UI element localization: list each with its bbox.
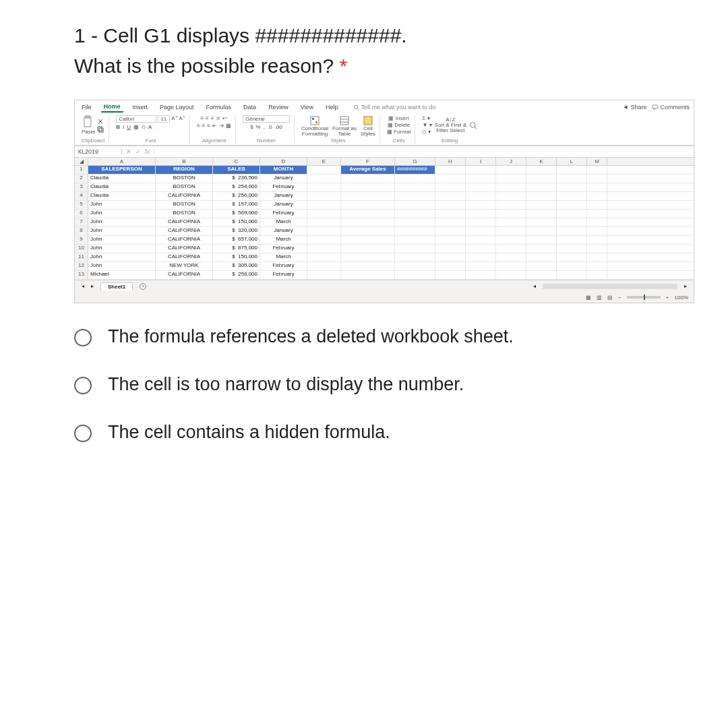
cell-month[interactable]: February	[260, 210, 307, 218]
delete-cells-button[interactable]: ▦ Delete	[388, 122, 410, 128]
cell-month[interactable]: February	[260, 271, 307, 279]
enter-formula-icon[interactable]: ✓	[135, 148, 141, 155]
cell-sp[interactable]: John	[88, 218, 156, 226]
align-right-icon[interactable]: ≡	[207, 123, 210, 129]
cell-sp[interactable]: John	[88, 227, 156, 235]
col-J[interactable]: J	[496, 158, 526, 165]
insert-cells-button[interactable]: ▦ Insert	[388, 115, 408, 121]
fill-color-button[interactable]: ◇	[142, 124, 146, 130]
cell-sp[interactable]: Claudia	[88, 192, 156, 200]
cell-sales[interactable]: $ 150,000	[213, 218, 260, 226]
cell-rg[interactable]: BOSTON	[156, 210, 213, 218]
radio-b[interactable]	[74, 377, 92, 394]
cell-sales[interactable]: $ 258,000	[213, 271, 260, 279]
merge-icon[interactable]: ▦	[226, 123, 231, 129]
cell-month[interactable]: March	[260, 253, 307, 262]
cell-sp[interactable]: Claudia	[88, 175, 156, 183]
cell-F1[interactable]: Average Sales	[341, 166, 395, 174]
cell-sales[interactable]: $ 305,000	[213, 262, 260, 270]
tab-view[interactable]: View	[298, 102, 316, 112]
col-F[interactable]: F	[341, 158, 395, 165]
autosum-icon[interactable]: Σ ▾	[422, 115, 431, 121]
col-C[interactable]: C	[213, 158, 260, 165]
col-L[interactable]: L	[557, 158, 587, 165]
cell-sp[interactable]: Michael	[88, 271, 156, 279]
copy-icon[interactable]	[97, 126, 104, 133]
option-a[interactable]: The formula references a deleted workboo…	[74, 324, 694, 350]
row-header[interactable]: 2	[75, 175, 88, 183]
filter-select-label[interactable]: Filter Select	[436, 128, 464, 133]
cell-sp[interactable]: John	[88, 236, 156, 244]
cell-month[interactable]: February	[260, 183, 307, 191]
sheet-nav-next-icon[interactable]: ▸	[91, 283, 94, 289]
cell-sales[interactable]: $ 256,000	[213, 192, 260, 200]
align-top-icon[interactable]: ≡	[200, 115, 204, 121]
cell-sales[interactable]: $ 320,000	[213, 227, 260, 235]
cell-B1[interactable]: REGION	[156, 166, 213, 174]
col-M[interactable]: M	[587, 158, 607, 165]
cell-rg[interactable]: CALIFORNIA	[156, 271, 213, 279]
row-header[interactable]: 6	[75, 210, 88, 218]
clear-icon[interactable]: ◇ ▾	[422, 129, 431, 135]
align-middle-icon[interactable]: ≡	[206, 115, 209, 121]
indent-left-icon[interactable]: ⇤	[212, 123, 217, 129]
orientation-icon[interactable]: ⤭	[216, 115, 220, 121]
cell-month[interactable]: February	[260, 245, 307, 253]
row-header[interactable]: 5	[75, 201, 88, 209]
increase-font-icon[interactable]: A˄	[171, 115, 177, 123]
tab-insert[interactable]: Insert	[130, 102, 151, 112]
col-D[interactable]: D	[260, 158, 307, 165]
cell-month[interactable]: March	[260, 218, 307, 226]
increase-decimal-icon[interactable]: .0	[268, 124, 272, 130]
row-header[interactable]: 11	[75, 253, 88, 262]
sheet-tab-sheet1[interactable]: Sheet1	[100, 282, 133, 290]
add-sheet-button[interactable]: +	[140, 283, 146, 290]
conditional-formatting-label[interactable]: ConditionalFormatting	[301, 126, 328, 137]
font-color-button[interactable]: A	[148, 124, 152, 130]
align-bottom-icon[interactable]: ≡	[211, 115, 214, 121]
col-G[interactable]: G	[395, 158, 435, 165]
cell-styles-icon[interactable]	[363, 115, 373, 126]
share-button[interactable]: Share	[622, 104, 646, 111]
cell-sp[interactable]: John	[88, 253, 156, 262]
cell-rg[interactable]: BOSTON	[156, 201, 213, 209]
option-c[interactable]: The cell contains a hidden formula.	[74, 419, 694, 446]
scroll-left-icon[interactable]: ◂	[533, 283, 536, 289]
cell-sp[interactable]: John	[88, 245, 156, 253]
cell-sp[interactable]: Claudia	[88, 183, 156, 191]
cell-sales[interactable]: $ 657,000	[213, 236, 260, 244]
tab-review[interactable]: Review	[266, 102, 291, 112]
radio-a[interactable]	[74, 329, 92, 346]
option-b[interactable]: The cell is too narrow to display the nu…	[74, 371, 694, 398]
indent-right-icon[interactable]: ⇥	[219, 123, 224, 129]
cell-rg[interactable]: CALIFORNIA	[156, 192, 213, 200]
cell-month[interactable]: March	[260, 236, 307, 244]
cell-rg[interactable]: NEW YORK	[156, 262, 213, 270]
cell-C1[interactable]: SALES	[213, 166, 260, 174]
zoom-level[interactable]: 100%	[675, 295, 688, 301]
conditional-formatting-icon[interactable]	[309, 115, 320, 126]
tab-formulas[interactable]: Formulas	[204, 102, 235, 112]
font-size-box[interactable]: 11	[158, 115, 170, 123]
cell-month[interactable]: January	[260, 227, 307, 235]
row-header[interactable]: 4	[75, 192, 88, 200]
tab-file[interactable]: File	[79, 102, 94, 112]
sheet-nav-prev-icon[interactable]: ◂	[82, 283, 84, 289]
cell-D1[interactable]: MONTH	[260, 166, 307, 174]
col-A[interactable]: A	[88, 158, 156, 165]
percent-icon[interactable]: %	[256, 124, 261, 130]
tell-me-search[interactable]: Tell me what you want to do	[353, 104, 436, 111]
bold-button[interactable]: B	[116, 124, 120, 130]
fill-down-icon[interactable]: ▼ ▾	[422, 122, 431, 128]
name-box[interactable]: XL2019	[75, 148, 122, 155]
view-normal-icon[interactable]: ▦	[586, 295, 591, 301]
row-header[interactable]: 13	[75, 271, 88, 279]
decrease-decimal-icon[interactable]: .00	[275, 124, 282, 130]
format-as-table-icon[interactable]	[339, 115, 350, 126]
cut-icon[interactable]	[97, 118, 104, 125]
comments-button[interactable]: Comments	[652, 104, 690, 111]
paste-icon[interactable]	[82, 115, 94, 129]
tab-page-layout[interactable]: Page Layout	[157, 102, 197, 112]
cell-rg[interactable]: BOSTON	[156, 183, 213, 191]
col-H[interactable]: H	[435, 158, 466, 165]
